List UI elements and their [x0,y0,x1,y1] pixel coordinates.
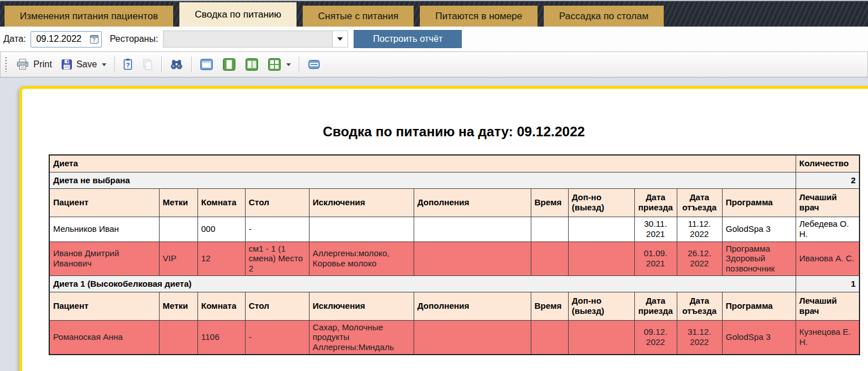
tab-table-seating[interactable]: Рассадка по столам [544,6,664,27]
date-input[interactable]: 09.12.2022 [31,31,102,48]
cell-exclusions [309,217,414,241]
cell-program: GolodSpa 3 [722,320,796,355]
cell-departure: 26.12. 2022 [677,241,722,275]
cell-arrival: 09.12. 2022 [634,320,677,355]
page-setup-button[interactable] [303,56,325,73]
cell-doctor: Кузнецова Е. Н. [796,320,860,355]
printer-icon [16,58,29,71]
cell-arrival: 01.09. 2021 [634,241,677,275]
col-header: Дополнения [414,292,531,320]
cell-table: - [245,217,309,241]
cell-patient: Романоская Анна [49,320,159,355]
toolbar-separator [114,57,115,72]
cell-room: 12 [197,241,245,275]
patient-row-highlighted: Иванов Дмитрий Иванович VIP 12 см1 - 1 (… [49,241,860,275]
column-header-row: Пациент Метки Комната Стол Исключения До… [49,292,860,320]
cell-program: GolodSpa 3 [722,217,796,241]
print-label: Print [33,59,52,70]
cell-additions [414,241,531,275]
col-header: Дополнения [414,188,531,217]
tab-bar: Изменения питания пациентов Сводка по пи… [0,0,868,27]
cell-room: 000 [197,217,245,241]
toolbar-separator [299,57,299,72]
tab-patient-meal-changes[interactable]: Изменения питания пациентов [5,6,173,27]
report-page: Сводка по питанию на дату: 09.12.2022 Ди… [19,86,868,371]
col-header: Лечаший врач [796,292,860,320]
cell-doctor: Лебедева О. Н. [796,217,860,241]
col-header: Дата приезда [634,188,677,217]
save-dropdown-icon[interactable] [102,63,106,66]
whole-page-view-button[interactable] [195,55,218,74]
nutrition-summary-table: Диета Количество Диета не выбрана 2 Паци… [49,154,860,355]
cell-time [531,320,568,355]
col-header: Дата отъезда [677,292,722,320]
tab-removed-from-meals[interactable]: Снятые с питания [303,6,414,27]
tab-nutrition-summary[interactable]: Сводка по питанию [179,2,297,27]
cell-departure: 31.12. 2022 [677,320,722,355]
toolbar-grip-handle[interactable] [5,57,7,72]
col-header: Доп-но (выезд) [568,292,634,320]
diet-group-row: Диета 1 (Высокобелковая диета) 1 [49,275,860,292]
patient-row: Мельников Иван 000 - 30.11. 2021 11.12. … [49,217,860,241]
cell-tags [159,320,197,355]
diet-group-row: Диета не выбрана 2 [49,172,860,188]
restaurants-dropdown-button[interactable] [332,31,347,47]
report-toolbar: Print Save ? [0,51,868,77]
two-page-view-icon [245,58,259,71]
diet-header-label: Диета [49,155,796,172]
date-value: 09.12.2022 [36,34,90,44]
cell-time [531,241,568,275]
col-header: Лечаший врач [796,188,860,217]
tab-eating-in-room[interactable]: Питаются в номере [420,6,538,27]
save-icon [61,59,72,70]
cell-doctor: Иванова А. С. [796,241,860,275]
multi-page-view-button[interactable] [263,55,295,74]
col-header: Программа [722,292,796,320]
whole-page-view-icon [200,58,213,71]
col-header: Время [531,188,568,217]
calendar-icon[interactable] [90,35,98,44]
build-report-button[interactable]: Построить отчёт [354,30,462,48]
cell-extra [568,320,634,355]
print-button[interactable]: Print [11,56,57,73]
restaurants-select[interactable] [163,31,348,48]
cell-table: - [245,320,309,355]
diet-group-name: Диета не выбрана [49,172,796,188]
col-header: Метки [159,188,197,217]
table-header-row: Диета Количество [49,155,860,172]
col-header: Метки [159,292,197,320]
col-header: Стол [245,292,309,320]
filter-bar: Дата: 09.12.2022 Рестораны: Построить от… [0,27,868,51]
parameters-button[interactable]: ? [118,56,137,73]
col-header: Стол [245,188,309,217]
toolbar-separator [191,57,192,72]
restaurants-label: Рестораны: [110,34,158,44]
find-button[interactable] [165,57,188,72]
multi-page-dropdown-icon[interactable] [286,63,291,66]
cell-exclusions: Аллергены:молоко, Коровье молоко [309,241,414,275]
cell-extra [568,217,634,241]
cell-additions [414,320,531,355]
col-header: Время [531,292,568,320]
multi-page-view-icon [268,58,281,71]
cell-extra [568,241,634,275]
cell-time [531,217,568,241]
diet-group-count: 1 [796,275,860,292]
report-title: Сводка по питанию на дату: 09.12.2022 [49,124,859,140]
save-button[interactable]: Save [57,57,111,72]
two-page-view-button[interactable] [240,55,263,74]
patient-row-highlighted: Романоская Анна 1106 - Сахар, Молочные п… [49,320,860,355]
cell-tags: VIP [159,241,197,275]
cell-arrival: 30.11. 2021 [634,217,677,241]
binoculars-icon [170,59,183,70]
report-viewport: Сводка по питанию на дату: 09.12.2022 Ди… [0,77,868,371]
copy-button[interactable] [137,56,158,73]
col-header: Пациент [49,292,159,320]
column-header-row: Пациент Метки Комната Стол Исключения До… [49,188,860,217]
col-header: Пациент [49,188,159,217]
page-view-button[interactable] [218,55,240,74]
cell-table: см1 - 1 (1 смена) Место 2 [245,241,309,275]
cell-program: Программа Здоровый позвоночник [722,241,796,275]
col-header: Комната [197,188,245,217]
copy-pages-icon [142,58,153,71]
